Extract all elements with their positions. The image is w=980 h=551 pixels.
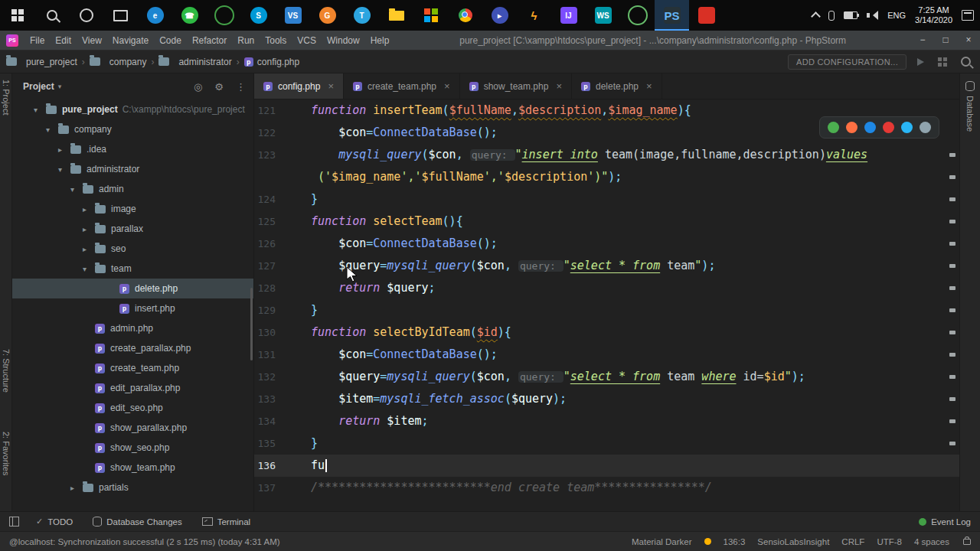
code-line-132[interactable]: 132 $query=mysqli_query($con, query: "se… bbox=[254, 366, 959, 388]
notification-center-icon[interactable] bbox=[962, 10, 974, 21]
taskbar-app-vscode[interactable]: VS bbox=[276, 0, 310, 31]
taskbar-app-red-app[interactable] bbox=[689, 0, 724, 31]
taskbar-app-chrome[interactable] bbox=[448, 0, 482, 31]
opera-icon[interactable] bbox=[883, 122, 894, 133]
toolwindow-database-stripe[interactable]: Database bbox=[965, 96, 975, 132]
tree-item-delete-php[interactable]: delete.php bbox=[12, 279, 253, 298]
taskbar-app-lightning-app[interactable]: ϟ bbox=[517, 0, 551, 31]
scrollbar-thumb[interactable] bbox=[250, 288, 253, 360]
menu-item-tools[interactable]: Tools bbox=[260, 31, 292, 51]
code-line-124[interactable]: 124} bbox=[254, 188, 959, 210]
firefox-icon[interactable] bbox=[846, 122, 858, 133]
menu-item-vcs[interactable]: VCS bbox=[292, 31, 322, 51]
safari-icon[interactable] bbox=[901, 122, 913, 133]
breadcrumb-configphp[interactable]: config.php bbox=[244, 57, 299, 67]
code-line-126[interactable]: 126 $con=ConnectDataBase(); bbox=[254, 233, 959, 255]
event-log-button[interactable]: Event Log bbox=[931, 517, 971, 527]
chevron-right-icon[interactable]: ▸ bbox=[83, 245, 95, 253]
taskbar-app-whatsapp[interactable]: ☎ bbox=[172, 0, 207, 31]
toolwindow-button-database-changes[interactable]: Database Changes bbox=[93, 517, 181, 527]
code-line-129[interactable]: 129} bbox=[254, 299, 959, 321]
toolwindow-structure-stripe[interactable]: 7: Structure bbox=[2, 349, 11, 393]
search-everywhere-icon[interactable] bbox=[961, 57, 971, 67]
taskbar-app-microsoft-store[interactable] bbox=[413, 0, 448, 31]
breadcrumb-pure_project[interactable]: pure_project bbox=[6, 57, 77, 67]
cortana-button[interactable] bbox=[69, 0, 103, 31]
code-line-137[interactable]: 137/*************************end create … bbox=[254, 477, 959, 499]
menu-item-help[interactable]: Help bbox=[365, 31, 395, 51]
menu-item-run[interactable]: Run bbox=[232, 31, 260, 51]
chevron-right-icon[interactable]: ▸ bbox=[70, 484, 83, 492]
tree-item-admin-php[interactable]: admin.php bbox=[12, 318, 253, 338]
layout-grid-icon[interactable] bbox=[938, 57, 942, 61]
taskbar-app-phpstorm[interactable]: PS bbox=[655, 0, 689, 31]
chevron-down-icon[interactable]: ▾ bbox=[58, 83, 62, 90]
chevron-down-icon[interactable]: ▾ bbox=[70, 185, 83, 194]
status-item-4-spaces[interactable]: 4 spaces bbox=[914, 537, 949, 546]
chevron-down-icon[interactable]: ▾ bbox=[46, 126, 58, 134]
status-item-utf-8[interactable]: UTF-8 bbox=[877, 537, 902, 546]
status-item-sensiolabsinsight[interactable]: SensioLabsInsight bbox=[757, 537, 829, 546]
menu-item-file[interactable]: File bbox=[24, 31, 50, 51]
tray-expand-icon[interactable] bbox=[812, 11, 819, 20]
taskbar-app-intellij[interactable]: IJ bbox=[551, 0, 586, 31]
mic-icon[interactable] bbox=[828, 11, 835, 21]
taskbar-app-file-explorer[interactable] bbox=[379, 0, 413, 31]
chevron-down-icon[interactable]: ▾ bbox=[34, 106, 46, 114]
tree-item-create_team-php[interactable]: create_team.php bbox=[12, 358, 253, 378]
taskbar-app-godaddy[interactable]: G bbox=[310, 0, 345, 31]
tree-item-partials[interactable]: ▸partials bbox=[12, 478, 253, 497]
code-line-130[interactable]: 130function selectByIdTeam($id){ bbox=[254, 321, 959, 344]
chevron-right-icon[interactable]: ▸ bbox=[83, 225, 95, 233]
taskbar-app-android-studio[interactable] bbox=[620, 0, 655, 31]
tree-item-image[interactable]: ▸image bbox=[12, 199, 253, 219]
tree-item--idea[interactable]: ▸.idea bbox=[12, 139, 253, 159]
tree-item-show_team-php[interactable]: show_team.php bbox=[12, 458, 253, 478]
tree-item-administrator[interactable]: ▾administrator bbox=[12, 159, 253, 179]
code-line-125[interactable]: 125function selectTeam(){ bbox=[254, 210, 959, 233]
battery-icon[interactable] bbox=[844, 11, 858, 19]
taskbar-app-media-player[interactable]: ▸ bbox=[482, 0, 517, 31]
toolwindow-button-terminal[interactable]: Terminal bbox=[202, 517, 250, 527]
tree-item-seo[interactable]: ▸seo bbox=[12, 239, 253, 259]
tree-item-company[interactable]: ▾company bbox=[12, 119, 253, 139]
chevron-right-icon[interactable]: ▸ bbox=[58, 145, 70, 154]
language-indicator[interactable]: ENG bbox=[887, 11, 906, 20]
tree-item-insert-php[interactable]: insert.php bbox=[12, 298, 253, 318]
chevron-down-icon[interactable]: ▾ bbox=[58, 165, 70, 174]
menu-item-window[interactable]: Window bbox=[322, 31, 365, 51]
minimize-button[interactable]: − bbox=[911, 31, 934, 50]
tree-item-team[interactable]: ▾team bbox=[12, 259, 253, 279]
code-line-135[interactable]: 135} bbox=[254, 432, 959, 455]
material-theme-icon[interactable] bbox=[704, 538, 711, 545]
taskbar-app-skype[interactable]: S bbox=[241, 0, 276, 31]
tree-item-edit_seo-php[interactable]: edit_seo.php bbox=[12, 398, 253, 418]
task-view-button[interactable] bbox=[103, 0, 138, 31]
toolwindow-project-stripe[interactable]: 1: Project bbox=[2, 80, 11, 115]
chevron-down-icon[interactable]: ▾ bbox=[83, 265, 95, 273]
taskbar-search-button[interactable] bbox=[34, 0, 69, 31]
toolwindow-favorites-stripe[interactable]: 2: Favorites bbox=[2, 432, 11, 475]
breadcrumb-company[interactable]: company bbox=[90, 57, 147, 67]
run-icon[interactable] bbox=[917, 58, 924, 66]
tree-item-edit_parallax-php[interactable]: edit_parallax.php bbox=[12, 378, 253, 398]
default-browser-icon[interactable] bbox=[920, 122, 931, 133]
lock-icon[interactable] bbox=[963, 539, 971, 545]
toolwindow-button-todo[interactable]: ✓TODO bbox=[36, 517, 73, 527]
code-line-123[interactable]: 123 mysqli_query($con, query: "insert in… bbox=[254, 144, 959, 166]
menu-item-navigate[interactable]: Navigate bbox=[107, 31, 154, 51]
tool-window-switcher-icon[interactable] bbox=[9, 517, 19, 527]
maximize-button[interactable]: □ bbox=[934, 31, 957, 50]
code-editor[interactable]: 121function insertTeam($fullName,$descri… bbox=[254, 90, 959, 499]
tree-item-admin[interactable]: ▾admin bbox=[12, 179, 253, 199]
code-line-136[interactable]: 136fu bbox=[254, 455, 959, 477]
status-theme[interactable]: Material Darker bbox=[632, 537, 692, 546]
code-line-128[interactable]: 128 return $query; bbox=[254, 277, 959, 299]
clock[interactable]: 7:25 AM 3/14/2020 bbox=[915, 5, 952, 25]
settings-gear-icon[interactable]: ⚙ bbox=[214, 81, 224, 93]
menu-item-code[interactable]: Code bbox=[154, 31, 187, 51]
tree-item-pure_project[interactable]: ▾pure_project C:\xampp\htdocs\pure_proje… bbox=[12, 99, 253, 119]
taskbar-app-telegram[interactable]: T bbox=[345, 0, 379, 31]
code-line-134[interactable]: 134 return $item; bbox=[254, 410, 959, 432]
chrome-icon[interactable] bbox=[828, 122, 839, 133]
